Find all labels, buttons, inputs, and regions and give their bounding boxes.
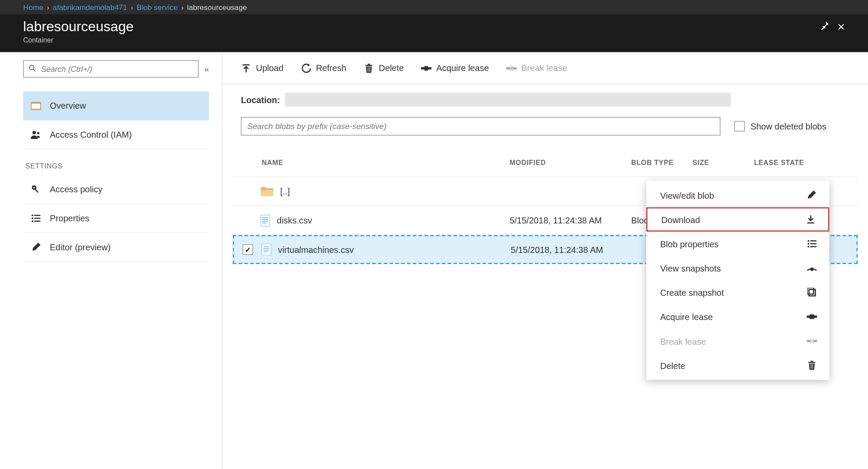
show-deleted-checkbox[interactable]: Show deleted blobs — [734, 121, 826, 131]
svg-point-42 — [811, 268, 813, 270]
download-icon — [805, 215, 816, 224]
cm-view-edit[interactable]: View/edit blob — [646, 183, 829, 207]
breadcrumb-account[interactable]: afabrikamdemolab471 — [53, 3, 127, 11]
svg-rect-8 — [35, 188, 39, 192]
location-label: Location: — [241, 95, 280, 105]
file-icon — [262, 244, 271, 256]
svg-rect-10 — [34, 214, 41, 216]
access-control-icon — [30, 130, 42, 139]
sidebar-item-label: Access policy — [50, 184, 102, 194]
col-size[interactable]: SIZE — [693, 158, 754, 167]
breadcrumb-blob-service[interactable]: Blob service — [137, 3, 178, 11]
show-deleted-label: Show deleted blobs — [751, 121, 826, 131]
cm-break-lease: Break lease — [646, 329, 829, 353]
cm-label: Break lease — [660, 336, 706, 346]
svg-line-1 — [33, 69, 36, 71]
svg-point-40 — [807, 246, 809, 248]
delete-button[interactable]: Delete — [364, 63, 404, 73]
blob-prefix-search[interactable] — [241, 117, 720, 136]
svg-rect-52 — [811, 364, 811, 369]
trash-icon — [806, 361, 818, 370]
checkbox-icon[interactable] — [734, 121, 745, 131]
cm-view-snapshots[interactable]: View snapshots — [646, 256, 829, 280]
pin-icon[interactable] — [820, 21, 829, 33]
svg-rect-19 — [369, 67, 370, 71]
page-subtitle: Container — [23, 36, 133, 44]
col-name[interactable]: NAME — [261, 158, 510, 167]
folder-icon — [261, 187, 273, 196]
svg-point-13 — [32, 220, 33, 222]
key-icon — [30, 184, 42, 194]
svg-rect-14 — [34, 220, 41, 222]
svg-rect-35 — [807, 222, 814, 223]
svg-point-11 — [32, 217, 33, 219]
cm-create-snapshot[interactable]: Create snapshot — [646, 280, 829, 304]
sidebar-item-access-control[interactable]: Access Control (IAM) — [23, 120, 209, 149]
acquire-lease-button[interactable]: Acquire lease — [421, 63, 489, 73]
pencil-icon — [806, 191, 818, 200]
svg-point-36 — [807, 240, 809, 242]
snapshot-icon — [806, 288, 818, 297]
svg-rect-43 — [809, 290, 816, 296]
refresh-label: Refresh — [316, 63, 346, 73]
col-blob-type[interactable]: BLOB TYPE — [631, 158, 693, 167]
svg-rect-16 — [366, 65, 372, 66]
svg-rect-24 — [513, 67, 517, 69]
chevron-right-icon: › — [181, 3, 184, 11]
svg-rect-17 — [368, 63, 370, 65]
svg-point-38 — [807, 243, 809, 245]
cm-delete[interactable]: Delete — [646, 353, 829, 378]
break-lease-button: Break lease — [506, 63, 567, 73]
upload-button[interactable]: Upload — [241, 63, 283, 73]
row-name: disks.csv — [277, 215, 312, 225]
acquire-lease-icon — [806, 314, 818, 320]
eye-icon — [806, 265, 818, 271]
col-modified[interactable]: MODIFIED — [510, 158, 632, 167]
cm-label: Delete — [660, 360, 685, 370]
row-modified: 5/15/2018, 11:24:38 AM — [510, 215, 632, 225]
content-toolbar: Upload Refresh Delete Acquire lease — [222, 52, 868, 84]
svg-rect-37 — [810, 240, 816, 242]
col-lease-state[interactable]: LEASE STATE — [754, 158, 812, 167]
break-lease-icon — [806, 338, 818, 344]
close-icon[interactable]: × — [837, 23, 845, 31]
svg-rect-51 — [811, 361, 813, 362]
svg-rect-3 — [32, 104, 40, 109]
overview-icon — [30, 102, 42, 110]
blob-context-menu: View/edit blob Download Blob properties … — [646, 181, 829, 380]
svg-point-7 — [33, 187, 35, 188]
row-name: virtualmachines.csv — [278, 245, 354, 255]
refresh-button[interactable]: Refresh — [301, 63, 347, 73]
upload-label: Upload — [256, 63, 284, 73]
refresh-icon — [301, 63, 311, 72]
breadcrumb-home[interactable]: Home — [23, 3, 43, 11]
list-icon — [806, 240, 818, 248]
break-lease-icon — [506, 65, 517, 71]
svg-point-0 — [29, 65, 34, 70]
sidebar-search[interactable] — [23, 60, 198, 78]
svg-rect-44 — [807, 288, 814, 294]
sidebar-item-overview[interactable]: Overview — [23, 91, 209, 120]
svg-point-5 — [37, 132, 39, 134]
sidebar-item-label: Editor (preview) — [50, 242, 110, 252]
row-checkbox[interactable] — [243, 244, 253, 255]
svg-point-4 — [32, 130, 36, 134]
sidebar-search-input[interactable] — [41, 65, 194, 73]
cm-label: View snapshots — [660, 263, 721, 273]
cm-blob-properties[interactable]: Blob properties — [646, 232, 829, 256]
chevron-right-icon: › — [47, 3, 49, 11]
sidebar-item-access-policy[interactable]: Access policy — [23, 175, 209, 204]
collapse-sidebar-icon[interactable]: « — [204, 64, 209, 73]
search-icon — [29, 64, 37, 74]
cm-label: Download — [661, 214, 700, 224]
cm-download[interactable]: Download — [646, 207, 829, 232]
file-icon — [261, 214, 270, 226]
cm-acquire-lease[interactable]: Acquire lease — [646, 304, 829, 329]
upload-icon — [241, 63, 251, 72]
sidebar-item-properties[interactable]: Properties — [23, 204, 209, 233]
sidebar-item-editor[interactable]: Editor (preview) — [23, 233, 209, 262]
sidebar-section-settings: SETTINGS — [26, 162, 209, 170]
blob-prefix-input[interactable] — [247, 122, 714, 131]
svg-rect-22 — [425, 66, 428, 71]
breadcrumb-current: labresourceusage — [187, 3, 247, 11]
